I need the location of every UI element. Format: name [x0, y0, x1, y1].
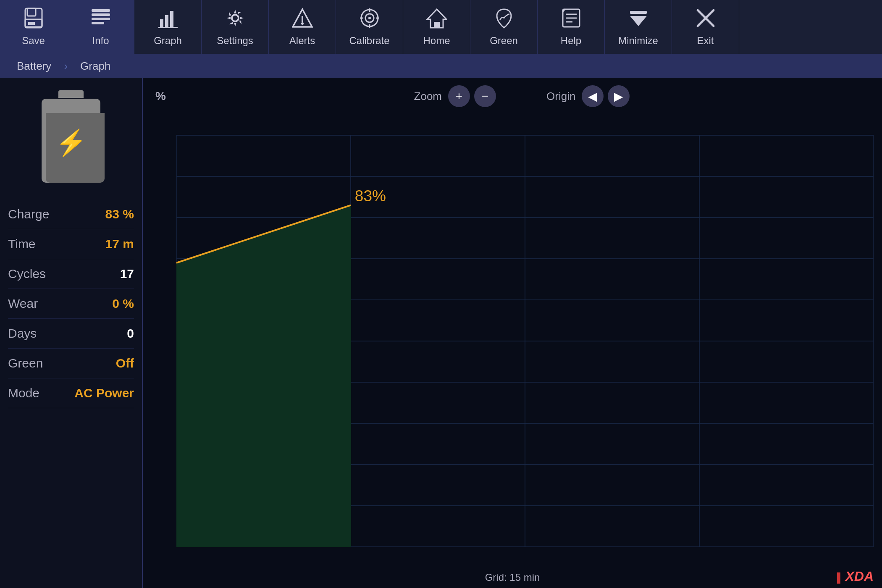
- chart-container: 83% 0 10 20 30 40 50 60 70 80 90 100 Gri…: [143, 115, 882, 588]
- stat-cycles: Cycles 17: [8, 259, 134, 289]
- wear-label: Wear: [8, 297, 38, 311]
- grid-label: Grid: 15 min: [485, 572, 540, 583]
- green-stat-value: Off: [116, 356, 134, 370]
- data-point-label: 83%: [355, 187, 386, 205]
- toolbar: Save Info Graph: [0, 0, 882, 55]
- home-icon: [426, 8, 447, 32]
- green-icon: [494, 8, 514, 32]
- main-content: ⚡ Charge 83 % Time 17 m Cycles 17 Wear 0…: [0, 78, 882, 588]
- svg-rect-8: [160, 19, 163, 27]
- save-icon: [23, 8, 44, 32]
- svg-rect-10: [170, 11, 173, 27]
- zoom-in-button[interactable]: +: [448, 85, 470, 107]
- settings-icon: [225, 8, 246, 32]
- info-icon: [90, 8, 111, 32]
- svg-rect-31: [630, 11, 647, 14]
- svg-marker-30: [630, 16, 647, 26]
- green-label: Green: [490, 35, 518, 47]
- origin-section: Origin ◀ ▶: [546, 85, 630, 107]
- calibrate-button[interactable]: Calibrate: [336, 0, 403, 54]
- battery-body: ⚡: [42, 99, 100, 183]
- home-label: Home: [423, 35, 450, 47]
- xda-logo: ▐ XDA: [834, 569, 874, 584]
- charge-value: 83 %: [105, 207, 134, 221]
- info-button[interactable]: Info: [67, 0, 134, 54]
- exit-button[interactable]: Exit: [672, 0, 739, 54]
- svg-rect-24: [434, 22, 440, 28]
- svg-rect-6: [92, 18, 110, 20]
- time-value: 17 m: [105, 237, 134, 251]
- stat-green: Green Off: [8, 349, 134, 378]
- alerts-label: Alerts: [289, 35, 315, 47]
- days-value: 0: [127, 326, 134, 341]
- mode-label: Mode: [8, 386, 39, 400]
- y-axis-label: %: [155, 89, 166, 103]
- calibrate-icon: [359, 8, 380, 32]
- origin-right-button[interactable]: ▶: [608, 85, 630, 107]
- calibrate-label: Calibrate: [349, 35, 389, 47]
- svg-marker-51: [176, 205, 351, 547]
- days-label: Days: [8, 326, 37, 341]
- origin-label: Origin: [546, 90, 575, 103]
- cycles-label: Cycles: [8, 267, 46, 281]
- svg-point-18: [368, 17, 371, 19]
- mode-value: AC Power: [74, 386, 134, 400]
- graph-controls: % Zoom + − Origin ◀ ▶: [143, 78, 882, 115]
- settings-label: Settings: [217, 35, 253, 47]
- breadcrumb-battery[interactable]: Battery: [17, 60, 51, 73]
- home-button[interactable]: Home: [403, 0, 470, 54]
- minimize-label: Minimize: [618, 35, 658, 47]
- svg-rect-5: [92, 13, 110, 16]
- wear-value: 0 %: [112, 297, 134, 311]
- svg-rect-9: [165, 15, 168, 27]
- stat-charge: Charge 83 %: [8, 200, 134, 229]
- graph-area: % Zoom + − Origin ◀ ▶: [143, 78, 882, 588]
- svg-rect-14: [302, 16, 303, 22]
- battery-bolt-icon: ⚡: [55, 128, 87, 158]
- stat-days: Days 0: [8, 319, 134, 349]
- breadcrumb-separator: ›: [64, 60, 68, 73]
- green-stat-label: Green: [8, 356, 43, 370]
- graph-icon: [158, 8, 178, 32]
- save-button[interactable]: Save: [0, 0, 67, 54]
- svg-rect-3: [28, 22, 35, 25]
- alerts-icon: [292, 8, 313, 32]
- sidebar: ⚡ Charge 83 % Time 17 m Cycles 17 Wear 0…: [0, 78, 143, 588]
- minimize-icon: [628, 8, 649, 32]
- help-icon: [561, 8, 582, 32]
- info-label: Info: [92, 35, 109, 47]
- save-label: Save: [22, 35, 45, 47]
- exit-label: Exit: [697, 35, 714, 47]
- chart-svg: 83% 0 10 20 30 40 50 60 70 80 90 100: [176, 115, 874, 567]
- cycles-value: 17: [120, 267, 134, 281]
- stat-mode: Mode AC Power: [8, 378, 134, 408]
- svg-rect-1: [27, 8, 36, 16]
- breadcrumb-graph[interactable]: Graph: [80, 60, 110, 73]
- zoom-section: Zoom + −: [414, 85, 496, 107]
- stat-time: Time 17 m: [8, 229, 134, 259]
- charge-label: Charge: [8, 207, 49, 221]
- green-button[interactable]: Green: [470, 0, 538, 54]
- zoom-out-button[interactable]: −: [474, 85, 496, 107]
- help-label: Help: [561, 35, 581, 47]
- battery-icon: ⚡: [37, 90, 105, 183]
- origin-left-button[interactable]: ◀: [582, 85, 604, 107]
- zoom-label: Zoom: [414, 90, 442, 103]
- exit-icon: [695, 8, 716, 32]
- battery-terminal: [58, 90, 84, 98]
- stat-wear: Wear 0 %: [8, 289, 134, 319]
- svg-point-12: [232, 15, 239, 21]
- svg-rect-7: [92, 22, 104, 24]
- minimize-button[interactable]: Minimize: [605, 0, 672, 54]
- settings-button[interactable]: Settings: [202, 0, 269, 54]
- graph-button[interactable]: Graph: [134, 0, 202, 54]
- svg-point-15: [301, 22, 304, 25]
- breadcrumb: Battery › Graph: [0, 55, 882, 78]
- alerts-button[interactable]: Alerts: [269, 0, 336, 54]
- time-label: Time: [8, 237, 36, 251]
- help-button[interactable]: Help: [538, 0, 605, 54]
- svg-rect-11: [158, 27, 178, 28]
- graph-label: Graph: [154, 35, 182, 47]
- svg-rect-4: [92, 9, 110, 12]
